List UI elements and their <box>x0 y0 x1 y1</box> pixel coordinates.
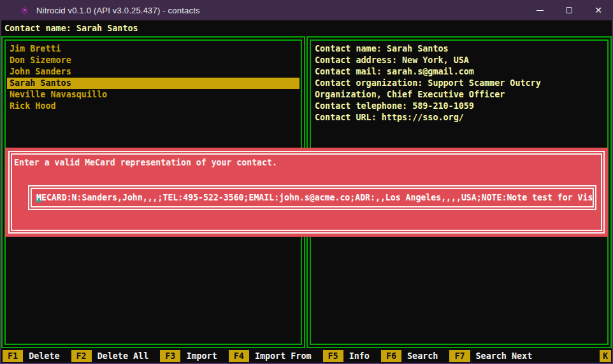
text-cursor: M <box>36 193 41 202</box>
contact-detail-line: Contact telephone: 589-210-1059 <box>312 101 606 112</box>
key-badge: F2 <box>71 350 92 362</box>
nitrocid-app-icon <box>19 6 30 15</box>
key-label: Import From <box>255 351 312 361</box>
close-button[interactable]: ✕ <box>584 0 613 20</box>
maximize-icon <box>566 7 572 13</box>
titlebar: Nitrocid v0.1.0 (API v3.0.25.437) - cont… <box>0 0 613 20</box>
key-label: Info <box>349 351 370 361</box>
contact-list-item[interactable]: Rick Hood <box>7 101 299 112</box>
contact-list-item[interactable]: Neville Navasquillo <box>7 89 299 101</box>
function-key-f6[interactable]: F6Search <box>381 350 438 362</box>
contact-list-item[interactable]: Jim Bretti <box>7 43 299 55</box>
key-badge: F4 <box>229 350 249 362</box>
key-badge: F5 <box>323 350 343 362</box>
key-label: Delete All <box>97 351 149 361</box>
key-label: Search <box>407 351 438 361</box>
contact-detail-line: Contact address: New York, USA <box>312 55 606 66</box>
maximize-button[interactable] <box>554 0 584 20</box>
contact-list-item[interactable]: Don Sizemore <box>7 55 299 66</box>
key-badge: F7 <box>449 350 470 362</box>
key-label: Import <box>186 351 217 361</box>
mecard-dialog-message: Enter a valid MeCard representation of y… <box>14 158 277 167</box>
mecard-input-text: ECARD:N:Sanders,John,,,;TEL:495-522-3560… <box>41 193 593 202</box>
contact-list-item[interactable]: Sarah Santos <box>7 78 299 89</box>
function-key-f3[interactable]: F3Import <box>160 350 217 362</box>
contact-detail-line: Contact organization: Support Scammer Ou… <box>312 78 606 89</box>
contact-list: Jim BrettiDon SizemoreJohn SandersSarah … <box>6 41 301 115</box>
minimize-icon <box>537 10 544 11</box>
key-label: Delete <box>29 351 59 361</box>
function-key-f1[interactable]: F1Delete <box>3 350 60 362</box>
minimize-button[interactable] <box>525 0 554 20</box>
contact-detail-line: Organization, Chief Executive Officer <box>312 89 606 101</box>
contact-details: Contact name: Sarah SantosContact addres… <box>311 41 607 126</box>
key-label: Search Next <box>476 351 533 361</box>
key-badge: F1 <box>3 350 23 362</box>
function-key-f2[interactable]: F2Delete All <box>71 350 149 362</box>
keybinding-info-key[interactable]: K <box>600 350 611 362</box>
status-bar: Contact name: Sarah Santos <box>1 20 612 36</box>
function-key-f4[interactable]: F4Import From <box>229 350 312 362</box>
contact-detail-line: Contact name: Sarah Santos <box>312 43 606 55</box>
function-key-f5[interactable]: F5Info <box>323 350 370 362</box>
contact-detail-line: Contact mail: sarah.s@gmail.com <box>312 66 606 78</box>
close-icon: ✕ <box>595 6 602 15</box>
key-badge: F3 <box>160 350 180 362</box>
function-key-bar: F1DeleteF2Delete AllF3ImportF4Import Fro… <box>1 349 612 363</box>
window-controls: ✕ <box>525 0 613 20</box>
key-badge: F6 <box>381 350 401 362</box>
contact-list-item[interactable]: John Sanders <box>7 66 299 78</box>
key-badge: K <box>600 350 611 362</box>
mecard-dialog: Enter a valid MeCard representation of y… <box>5 148 608 237</box>
app-window: Nitrocid v0.1.0 (API v3.0.25.437) - cont… <box>0 0 613 364</box>
function-key-f7[interactable]: F7Search Next <box>449 350 532 362</box>
contact-detail-line: Contact URL: https://sso.org/ <box>312 112 606 123</box>
window-title: Nitrocid v0.1.0 (API v3.0.25.437) - cont… <box>36 6 200 15</box>
mecard-input[interactable]: MECARD:N:Sanders,John,,,;TEL:495-522-356… <box>28 185 596 210</box>
